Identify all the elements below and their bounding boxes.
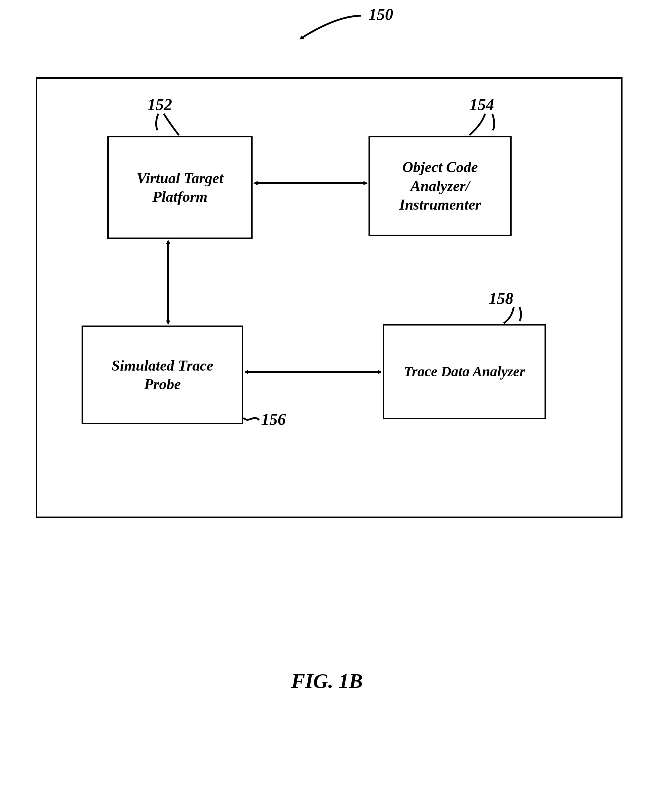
- figure-canvas: 150 Virtual TargetPlatform 152 Object Co…: [0, 0, 654, 812]
- connectors: [0, 0, 654, 537]
- figure-caption: FIG. 1B: [0, 669, 654, 693]
